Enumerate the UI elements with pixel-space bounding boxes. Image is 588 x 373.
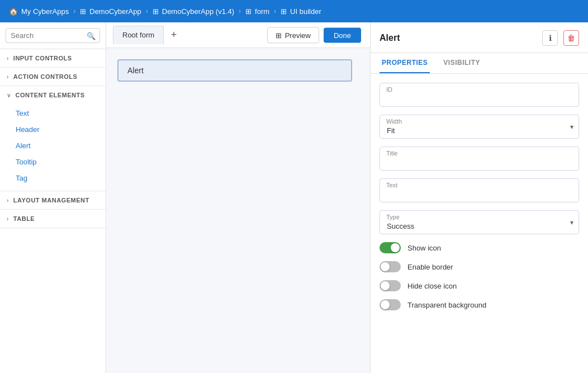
nav-item-democyberapp[interactable]: ⊞ DemoCyberApp <box>80 7 141 16</box>
section-label-layout-management: LAYOUT MANAGEMENT <box>13 197 89 204</box>
nav-item-democyberapp-v14[interactable]: ⊞ DemoCyberApp (v1.4) <box>153 7 234 16</box>
app-icon-1: ⊞ <box>80 7 86 16</box>
field-text: Text <box>380 178 579 202</box>
chevron-right-icon-2: › <box>7 74 9 80</box>
sidebar-item-header[interactable]: Header <box>0 121 106 138</box>
toggle-row-show-icon: Show icon <box>380 242 579 253</box>
home-icon: 🏠 <box>9 7 18 16</box>
preview-icon: ⊞ <box>276 31 282 39</box>
sidebar-item-tag[interactable]: Tag <box>0 170 106 186</box>
right-panel-icon-buttons: ℹ 🗑 <box>542 30 579 53</box>
nav-sep-2: › <box>146 7 148 15</box>
hide-close-icon-toggle[interactable] <box>380 280 401 291</box>
done-button[interactable]: Done <box>324 27 361 43</box>
section-label-input-controls: INPUT CONTROLS <box>13 55 72 62</box>
show-icon-toggle-knob <box>391 243 400 252</box>
alert-label: Alert <box>127 66 144 75</box>
field-width: Width Fit Full Auto ▾ <box>380 115 579 139</box>
section-label-content-elements: CONTENT ELEMENTS <box>16 92 85 98</box>
enable-border-toggle[interactable] <box>380 261 401 272</box>
hide-close-icon-label: Hide close icon <box>407 282 457 290</box>
hide-close-icon-toggle-knob <box>381 281 390 290</box>
nav-sep-4: › <box>274 7 276 15</box>
section-input-controls: › INPUT CONTROLS <box>0 49 106 68</box>
canvas-content: Alert <box>106 48 370 373</box>
right-panel-title: Alert <box>380 33 400 50</box>
content-elements-items: Text Header Alert Tooltip Tag <box>0 104 106 191</box>
title-input[interactable] <box>380 147 579 171</box>
sidebar-search-area: 🔍 <box>0 22 106 49</box>
section-layout-management: › LAYOUT MANAGEMENT <box>0 191 106 210</box>
nav-item-form[interactable]: ⊞ form <box>245 7 269 16</box>
section-label-action-controls: ACTION CONTROLS <box>13 73 77 80</box>
right-panel-body: ID Width Fit Full Auto ▾ <box>371 74 588 373</box>
canvas-tab-label: Root form <box>122 31 154 39</box>
nav-label-mycyberapps: My CyberApps <box>21 7 69 16</box>
chevron-right-icon-4: › <box>7 216 9 222</box>
show-icon-label: Show icon <box>407 244 441 252</box>
app-icon-3: ⊞ <box>245 7 252 16</box>
section-content-elements: ∨ CONTENT ELEMENTS Text Header Alert Too… <box>0 86 106 191</box>
toggle-row-hide-close-icon: Hide close icon <box>380 280 579 291</box>
nav-label-uibuilder: UI builder <box>290 7 321 16</box>
sidebar-item-alert[interactable]: Alert <box>0 138 106 154</box>
preview-button[interactable]: ⊞ Preview <box>267 27 319 43</box>
field-type: Type Success Info Warning Error ▾ <box>380 210 579 234</box>
toggle-row-transparent-bg: Transparent background <box>380 299 579 310</box>
sidebar-item-tooltip[interactable]: Tooltip <box>0 154 106 170</box>
toggle-row-enable-border: Enable border <box>380 261 579 272</box>
right-panel: Alert ℹ 🗑 PROPERTIES VISIBILITY ID Width <box>370 22 588 373</box>
section-header-input-controls[interactable]: › INPUT CONTROLS <box>0 49 106 67</box>
section-label-table: TABLE <box>13 215 35 222</box>
nav-label-democyberapp: DemoCyberApp <box>89 7 141 16</box>
tab-properties[interactable]: PROPERTIES <box>380 53 430 73</box>
sidebar-item-text[interactable]: Text <box>0 105 106 121</box>
field-id: ID <box>380 83 579 107</box>
enable-border-label: Enable border <box>407 263 453 271</box>
app-icon-2: ⊞ <box>153 7 159 16</box>
type-select[interactable]: Success Info Warning Error <box>380 210 579 234</box>
nav-item-mycyberapps[interactable]: 🏠 My CyberApps <box>9 7 69 16</box>
canvas-tabs-bar: Root form + ⊞ Preview Done <box>106 22 370 48</box>
section-header-table[interactable]: › TABLE <box>0 210 106 228</box>
section-action-controls: › ACTION CONTROLS <box>0 68 106 86</box>
canvas-tab-root-form[interactable]: Root form <box>113 26 164 44</box>
info-button[interactable]: ℹ <box>542 30 558 46</box>
id-input[interactable] <box>380 83 579 107</box>
right-panel-header: Alert ℹ 🗑 <box>371 22 588 53</box>
transparent-bg-toggle[interactable] <box>380 299 401 310</box>
transparent-bg-toggle-knob <box>381 300 390 309</box>
app-icon-4: ⊞ <box>281 7 287 16</box>
right-panel-tabs: PROPERTIES VISIBILITY <box>371 53 588 74</box>
chevron-right-icon-3: › <box>7 197 9 204</box>
section-table: › TABLE <box>0 210 106 228</box>
search-icon[interactable]: 🔍 <box>87 31 96 40</box>
section-header-action-controls[interactable]: › ACTION CONTROLS <box>0 68 106 86</box>
nav-sep-1: › <box>73 7 75 15</box>
text-input[interactable] <box>380 178 579 202</box>
transparent-bg-label: Transparent background <box>407 301 486 309</box>
alert-component[interactable]: Alert <box>117 59 352 82</box>
nav-item-uibuilder[interactable]: ⊞ UI builder <box>281 7 321 16</box>
chevron-right-icon: › <box>7 55 9 62</box>
canvas-area: Root form + ⊞ Preview Done Alert <box>106 22 370 373</box>
delete-button[interactable]: 🗑 <box>563 30 579 46</box>
nav-label-democyberapp-v14: DemoCyberApp (v1.4) <box>162 7 234 16</box>
top-nav: 🏠 My CyberApps › ⊞ DemoCyberApp › ⊞ Demo… <box>0 0 588 22</box>
section-header-layout-management[interactable]: › LAYOUT MANAGEMENT <box>0 191 106 209</box>
width-select[interactable]: Fit Full Auto <box>380 115 579 139</box>
tab-visibility[interactable]: VISIBILITY <box>441 53 482 73</box>
field-title: Title <box>380 147 579 171</box>
enable-border-toggle-knob <box>381 262 390 271</box>
sidebar: 🔍 › INPUT CONTROLS › ACTION CONTROLS ∨ C… <box>0 22 106 373</box>
nav-sep-3: › <box>239 7 241 15</box>
nav-label-form: form <box>255 7 269 16</box>
search-input[interactable] <box>6 28 100 43</box>
chevron-down-icon: ∨ <box>7 92 11 98</box>
show-icon-toggle[interactable] <box>380 242 401 253</box>
top-right-actions: ⊞ Preview Done <box>267 27 361 43</box>
section-header-content-elements[interactable]: ∨ CONTENT ELEMENTS <box>0 86 106 104</box>
add-tab-button[interactable]: + <box>166 27 182 43</box>
